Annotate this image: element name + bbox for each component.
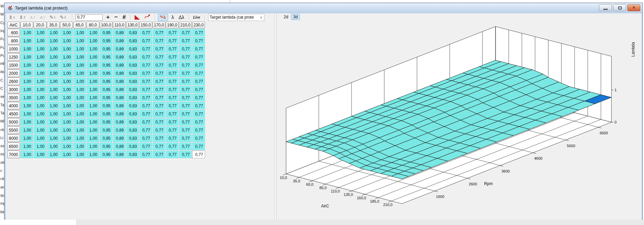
table-cell[interactable]: 0,95 [100,61,113,69]
table-cell[interactable]: 1,00 [47,53,60,61]
row-header[interactable]: 7000 [7,151,20,158]
table-cell[interactable]: 1,00 [34,151,46,158]
table-cell[interactable]: 0,77 [166,110,179,118]
table-cell[interactable]: 1,00 [86,61,99,69]
table-cell[interactable]: 0,77 [153,29,165,37]
table-cell[interactable]: 1,00 [73,126,86,134]
table-cell[interactable]: 0,89 [113,134,126,142]
table-cell[interactable]: 0,77 [139,69,152,77]
table-cell[interactable]: 0,95 [100,77,113,85]
table-cell[interactable]: 1,00 [20,126,33,134]
table-cell[interactable]: 1,00 [47,94,60,102]
table-cell[interactable]: 0,95 [100,126,113,134]
table-cell[interactable]: 0,77 [179,53,192,61]
table-cell[interactable]: 1,00 [34,118,46,126]
table-cell[interactable]: 1,00 [34,142,46,150]
table-cell[interactable]: 0,89 [113,53,126,61]
table-cell[interactable]: 0,77 [166,86,179,93]
column-header[interactable]: 50,0 [60,22,73,28]
table-cell[interactable]: 1,00 [47,61,60,69]
table-cell[interactable]: 0,89 [113,61,126,69]
maximize-button[interactable] [613,4,626,11]
table-cell[interactable]: 1,00 [73,151,86,158]
row-header[interactable]: 2000 [7,69,20,77]
table-cell[interactable]: 0,95 [100,118,113,126]
table-cell[interactable]: 0,83 [126,53,139,61]
table-cell[interactable]: 1,00 [47,69,60,77]
table-cell[interactable]: 0,77 [192,86,205,93]
table-cell[interactable]: 0,95 [100,86,113,93]
table-cell[interactable]: 1,00 [60,118,73,126]
table-cell[interactable]: 0,77 [139,118,152,126]
edit-axis-2-button[interactable]: ✎2 [59,14,67,21]
column-header[interactable]: 65,0 [73,22,86,28]
table-cell[interactable]: 0,77 [166,77,179,85]
table-cell[interactable]: 0,95 [100,151,113,158]
table-cell[interactable]: 1,00 [86,118,99,126]
table-cell[interactable]: 0,83 [126,110,139,118]
titlebar[interactable]: Target lambda (cat protect) ✕ [4,3,642,13]
table-cell[interactable]: 0,89 [113,69,126,77]
table-cell[interactable]: 1,00 [47,118,60,126]
table-cell[interactable]: 0,77 [166,142,179,150]
table-cell[interactable]: 1,00 [47,37,60,45]
table-cell[interactable]: 0,95 [100,29,113,37]
increase-button[interactable]: + [106,14,110,21]
table-cell[interactable]: 0,77 [153,118,165,126]
row-header[interactable]: 600 [7,29,20,37]
row-header[interactable]: 3000 [7,86,20,93]
table-cell[interactable]: 0,77 [179,110,192,118]
table-cell[interactable]: 0,77 [179,134,192,142]
table-cell[interactable]: 1,00 [86,110,99,118]
table-cell[interactable]: 0,77 [192,45,205,53]
table-cell[interactable]: 1,00 [60,37,73,45]
table-cell[interactable]: 1,00 [47,77,60,85]
table-cell[interactable]: 0,89 [113,102,126,110]
table-cell[interactable]: 1,00 [60,126,73,134]
table-cell[interactable]: 1,00 [20,69,33,77]
table-cell[interactable]: 0,77 [153,102,165,110]
table-cell[interactable]: 0,83 [126,118,139,126]
table-cell[interactable]: 1,00 [60,151,73,158]
table-cell[interactable]: 1,00 [20,29,33,37]
table-cell[interactable]: 1,00 [86,86,99,93]
column-header[interactable]: 130,0 [126,22,139,28]
table-cell[interactable]: 1,00 [34,37,46,45]
table-cell[interactable]: 0,77 [139,151,152,158]
table-cell[interactable]: 1,00 [73,110,86,118]
table-cell[interactable]: 1,00 [34,86,46,93]
table-cell[interactable]: 0,83 [126,61,139,69]
column-header[interactable]: 100,0 [100,22,113,28]
table-cell[interactable]: 1,00 [34,126,46,134]
table-cell[interactable]: 0,77 [192,29,205,37]
table-cell[interactable]: 0,77 [139,29,152,37]
interpolate-up-1-button[interactable]: ∧1 [29,14,36,21]
table-cell[interactable]: 0,83 [126,134,139,142]
table-cell[interactable]: 0,77 [139,142,152,150]
table-cell[interactable]: 1,00 [20,86,33,93]
table-cell[interactable]: 1,00 [47,134,60,142]
table-cell[interactable]: 1,00 [34,45,46,53]
table-cell[interactable]: 0,95 [100,110,113,118]
table-cell[interactable]: 0,77 [139,102,152,110]
table-cell[interactable]: 1,00 [34,53,46,61]
table-cell[interactable]: 0,77 [192,94,205,102]
table-cell[interactable]: 0,77 [179,151,192,158]
view-3d-button[interactable]: 3d [291,14,300,20]
delta-lambda-button[interactable]: Δλ [177,14,185,21]
table-cell[interactable]: 1,00 [34,77,46,85]
live-button[interactable]: Live [193,15,200,20]
table-cell[interactable]: 0,77 [166,29,179,37]
row-header[interactable]: 4000 [7,102,20,110]
table-cell[interactable]: 0,95 [100,142,113,150]
table-cell[interactable]: 1,00 [47,142,60,150]
table-cell[interactable]: 0,83 [126,102,139,110]
table-cell[interactable]: 0,77 [139,126,152,134]
decrease-button[interactable]: − [114,14,118,21]
cell-value-input[interactable] [76,14,103,21]
table-cell[interactable]: 1,00 [47,126,60,134]
table-cell[interactable]: 1,00 [47,45,60,53]
table-cell[interactable]: 1,00 [34,110,46,118]
table-cell[interactable]: 0,77 [192,53,205,61]
row-header[interactable]: 6500 [7,142,20,150]
